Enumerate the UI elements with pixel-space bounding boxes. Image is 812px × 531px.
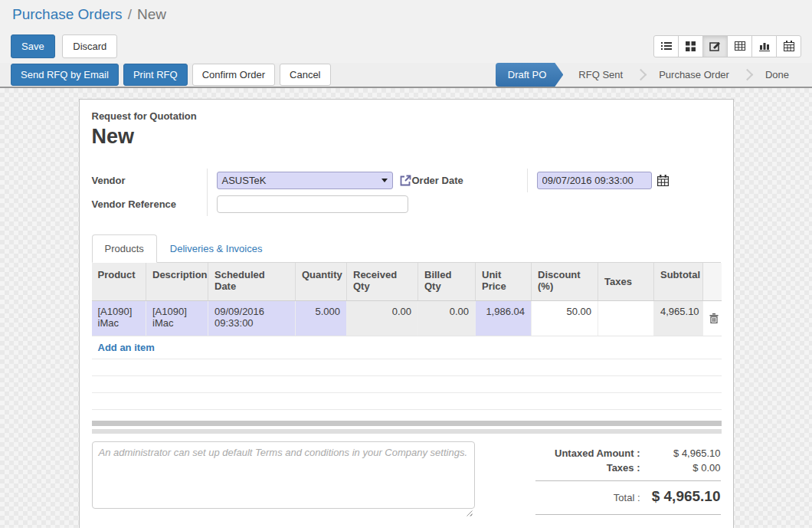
tab-products[interactable]: Products: [92, 234, 157, 263]
total-label: Total :: [614, 492, 640, 503]
status-step-purchase-order[interactable]: Purchase Order: [647, 63, 742, 87]
status-steps: Draft PO RFQ Sent Purchase Order Done: [496, 63, 801, 87]
taxes-value: $ 0.00: [640, 462, 721, 474]
column-header-received-qty: Received Qty: [347, 263, 418, 300]
vendor-label: Vendor: [92, 169, 207, 192]
section-separator: [92, 421, 722, 434]
column-header-unit-price: Unit Price: [476, 263, 532, 300]
page-title: New: [92, 125, 721, 149]
open-record-button[interactable]: [398, 174, 412, 188]
form-view-icon: [709, 41, 721, 51]
cell-taxes[interactable]: [598, 300, 654, 336]
totals-divider: [535, 514, 721, 515]
column-header-taxes: Taxes: [598, 263, 654, 300]
field-groups: Vendor ASUSTeK Vendor Reference Order Da…: [92, 169, 721, 216]
trash-icon: [709, 313, 719, 323]
cell-received-qty: 0.00: [347, 300, 418, 336]
form-background: Request for Quotation New Vendor ASUSTeK…: [0, 88, 812, 528]
view-switcher: [653, 35, 801, 57]
cell-product[interactable]: [A1090] iMac: [92, 300, 146, 336]
send-rfq-by-email-button[interactable]: Send RFQ by Email: [11, 64, 119, 86]
untaxed-amount-label: Untaxed Amount :: [555, 447, 640, 459]
left-field-group: Vendor ASUSTeK Vendor Reference: [92, 169, 412, 216]
order-date-label: Order Date: [412, 169, 527, 192]
cell-billed-qty: 0.00: [418, 300, 476, 336]
column-header-discount: Discount (%): [532, 263, 598, 300]
vendor-select-value: ASUSTeK: [222, 175, 267, 186]
empty-line: [92, 359, 722, 376]
column-header-billed-qty: Billed Qty: [418, 263, 476, 300]
form-subtitle: Request for Quotation: [92, 110, 721, 122]
caret-down-icon: [381, 179, 388, 182]
chevron-right-icon: [635, 69, 647, 81]
total-value: $ 4,965.10: [640, 488, 721, 505]
save-button[interactable]: Save: [11, 34, 55, 58]
statusbar: Send RFQ by Email Print RFQ Confirm Orde…: [0, 63, 812, 88]
terms-and-conditions: [92, 441, 475, 520]
column-header-quantity: Quantity: [296, 263, 347, 300]
column-header-scheduled-date: Scheduled Date: [208, 263, 296, 300]
discard-button[interactable]: Discard: [62, 34, 117, 58]
horizontal-scrollbar[interactable]: [92, 421, 722, 426]
column-header-actions: [703, 263, 722, 300]
pivot-view-button[interactable]: [727, 35, 752, 57]
pivot-view-icon: [735, 41, 745, 51]
column-header-description: Description: [146, 263, 208, 300]
confirm-order-button[interactable]: Confirm Order: [192, 64, 275, 86]
list-view-icon: [661, 41, 672, 51]
right-field-group: Order Date: [412, 169, 721, 192]
form-sheet: Request for Quotation New Vendor ASUSTeK…: [79, 99, 734, 528]
vendor-reference-input[interactable]: [217, 195, 408, 213]
cell-quantity[interactable]: 5.000: [296, 300, 347, 336]
delete-line-button[interactable]: [703, 300, 722, 336]
breadcrumb-current: New: [137, 6, 166, 23]
order-lines-table: Product Description Scheduled Date Quant…: [92, 263, 722, 336]
calendar-view-icon: [784, 41, 794, 51]
kanban-view-button[interactable]: [678, 35, 703, 57]
empty-line: [92, 376, 722, 393]
form-view-button[interactable]: [702, 35, 728, 57]
breadcrumb: Purchase Orders / New: [0, 0, 812, 29]
chevron-right-icon: [742, 69, 754, 81]
taxes-label: Taxes :: [607, 462, 640, 474]
cell-description[interactable]: [A1090] iMac: [146, 300, 208, 336]
add-item-row: Add an item: [92, 336, 722, 359]
breadcrumb-separator: /: [128, 6, 132, 23]
cell-unit-price[interactable]: 1,986.04: [476, 300, 532, 336]
totals-block: Untaxed Amount : $ 4,965.10 Taxes : $ 0.…: [535, 441, 721, 520]
add-an-item-link[interactable]: Add an item: [98, 342, 155, 353]
cancel-button[interactable]: Cancel: [280, 64, 330, 86]
table-header-row: Product Description Scheduled Date Quant…: [92, 263, 722, 300]
graph-view-icon: [759, 41, 770, 51]
notebook-tabs: Products Deliveries & Invoices: [92, 234, 721, 263]
print-rfq-button[interactable]: Print RFQ: [123, 64, 188, 86]
separator-bar: [92, 429, 722, 434]
cell-scheduled-date[interactable]: 09/09/2016 09:33:00: [208, 300, 296, 336]
table-row: [A1090] iMac [A1090] iMac 09/09/2016 09:…: [92, 300, 722, 336]
graph-view-button[interactable]: [751, 35, 777, 57]
totals-divider: [535, 480, 721, 481]
calendar-picker-button[interactable]: [657, 175, 669, 186]
order-date-input[interactable]: [537, 172, 652, 189]
calendar-view-button[interactable]: [776, 35, 801, 57]
tab-deliveries-invoices[interactable]: Deliveries & Invoices: [157, 234, 276, 263]
vendor-select[interactable]: ASUSTeK: [217, 172, 393, 189]
status-step-rfq-sent[interactable]: RFQ Sent: [566, 63, 635, 87]
resize-handle-icon[interactable]: [465, 509, 473, 516]
untaxed-amount-value: $ 4,965.10: [640, 447, 721, 459]
vendor-reference-label: Vendor Reference: [92, 192, 207, 216]
column-header-product: Product: [92, 263, 146, 300]
notes-textarea[interactable]: [92, 441, 475, 509]
cell-subtotal: 4,965.10: [654, 300, 703, 336]
empty-line: [92, 393, 722, 410]
column-header-subtotal: Subtotal: [654, 263, 703, 300]
status-step-draft-po[interactable]: Draft PO: [496, 63, 564, 87]
list-view-button[interactable]: [653, 35, 679, 57]
calendar-icon: [657, 175, 669, 186]
external-link-icon: [398, 174, 412, 188]
status-step-done[interactable]: Done: [753, 63, 801, 87]
toolbar: Save Discard: [0, 29, 812, 63]
cell-discount[interactable]: 50.00: [532, 300, 598, 336]
breadcrumb-purchase-orders[interactable]: Purchase Orders: [12, 6, 123, 23]
kanban-view-icon: [686, 41, 696, 51]
